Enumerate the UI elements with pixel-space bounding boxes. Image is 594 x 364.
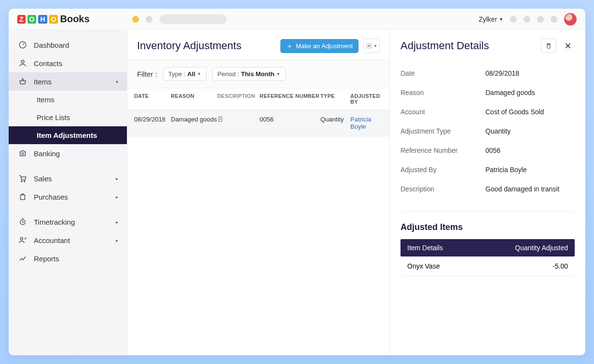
window-dot	[146, 16, 152, 23]
placeholder-pill	[159, 14, 227, 24]
note-icon	[217, 116, 260, 130]
adjusted-items-title: Adjusted Items	[401, 211, 575, 232]
make-adjustment-button[interactable]: ＋ Make an Adjustment	[280, 39, 359, 53]
plus-icon: ＋	[286, 42, 293, 49]
svg-point-3	[24, 181, 25, 182]
sidebar-item-sales[interactable]: Sales ▸	[9, 169, 127, 188]
bag-icon	[18, 192, 27, 201]
sidebar-item-reports[interactable]: Reports	[9, 249, 127, 268]
sidebar-item-timetracking[interactable]: Timetracking ▸	[9, 213, 127, 231]
page-title: Inventory Adjustments	[137, 40, 276, 52]
sidebar-sub-item-adjustments[interactable]: Item Adjustments	[9, 126, 127, 144]
window-dot	[132, 16, 139, 23]
settings-dropdown-button[interactable]: ▼	[363, 39, 380, 53]
sidebar-item-banking[interactable]: Banking	[9, 144, 127, 162]
sidebar: Dashboard Contacts Items ▾ Items Price L…	[9, 30, 127, 355]
topbar: ZOHO Books Zylker ▼	[9, 9, 585, 30]
chevron-down-icon: ▼	[499, 17, 503, 22]
items-table-header: Item Details Quantity Adjusted	[401, 239, 575, 256]
close-button[interactable]	[561, 39, 575, 53]
sidebar-sub-price-lists[interactable]: Price Lists	[9, 108, 127, 126]
sidebar-item-dashboard[interactable]: Dashboard	[9, 36, 127, 54]
cart-icon	[18, 174, 27, 183]
bank-icon	[18, 149, 27, 158]
chevron-right-icon: ▸	[116, 238, 118, 243]
user-icon	[18, 59, 27, 67]
chevron-down-icon: ▾	[116, 79, 118, 84]
basket-icon	[18, 77, 27, 86]
trash-icon	[545, 42, 552, 49]
topbar-dot	[510, 16, 517, 23]
topbar-dot	[537, 16, 544, 23]
items-table-row: Onyx Vase -5.00	[401, 256, 575, 276]
svg-point-5	[20, 237, 23, 240]
accountant-icon	[18, 236, 27, 244]
detail-title: Adjustment Details	[401, 40, 536, 52]
org-switcher[interactable]: Zylker ▼	[479, 15, 503, 23]
topbar-dot	[551, 16, 557, 23]
app-window: ZOHO Books Zylker ▼ Dashboard Contacts	[9, 9, 585, 355]
filter-type-dropdown[interactable]: Type : All ▼	[163, 67, 207, 81]
sidebar-sub-items[interactable]: Items	[9, 91, 127, 108]
chevron-right-icon: ▸	[116, 194, 118, 200]
chevron-down-icon: ▼	[373, 44, 377, 48]
chevron-down-icon: ▼	[197, 72, 201, 76]
close-icon	[564, 42, 572, 50]
sidebar-item-purchases[interactable]: Purchases ▸	[9, 188, 127, 206]
sidebar-item-contacts[interactable]: Contacts	[9, 54, 127, 72]
svg-point-1	[21, 60, 24, 63]
svg-point-2	[21, 181, 22, 182]
chevron-down-icon: ▼	[276, 72, 280, 76]
list-panel: Inventory Adjustments ＋ Make an Adjustme…	[127, 30, 390, 355]
avatar[interactable]	[564, 13, 577, 26]
sidebar-item-accountant[interactable]: Accountant ▸	[9, 231, 127, 249]
list-header: Inventory Adjustments ＋ Make an Adjustme…	[127, 30, 389, 60]
chart-icon	[18, 254, 27, 263]
filter-label: Filter :	[137, 70, 157, 78]
gauge-icon	[18, 40, 27, 49]
table-row[interactable]: 08/29/2018 Damaged goods 0056 Quantity P…	[127, 110, 389, 136]
table-header: DATE REASON DESCRIPTION REFERENCE NUMBER…	[127, 88, 389, 110]
filter-period-dropdown[interactable]: Period : This Month ▼	[212, 67, 286, 81]
sidebar-item-items[interactable]: Items ▾	[9, 72, 127, 91]
delete-button[interactable]	[541, 39, 556, 53]
stopwatch-icon	[18, 217, 27, 226]
chevron-right-icon: ▸	[116, 219, 118, 225]
filter-bar: Filter : Type : All ▼ Period : This Mont…	[127, 60, 389, 88]
chevron-right-icon: ▸	[116, 176, 118, 181]
detail-panel: Adjustment Details Date08/29/2018 Reason…	[390, 30, 585, 355]
svg-point-6	[368, 45, 370, 47]
topbar-dot	[524, 16, 530, 23]
brand-name: Books	[60, 13, 89, 25]
logo: ZOHO Books	[17, 13, 90, 25]
gear-icon	[366, 42, 373, 49]
detail-header: Adjustment Details	[401, 39, 575, 53]
